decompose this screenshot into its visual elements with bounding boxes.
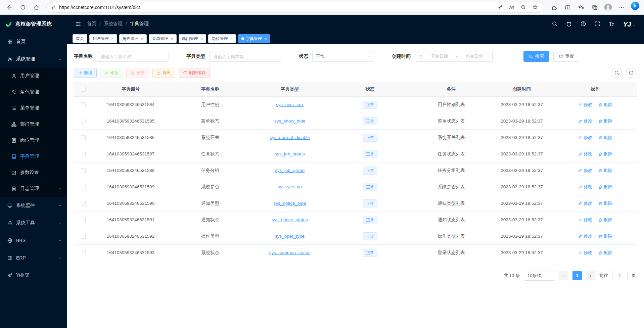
close-tab-icon[interactable]: × [111,37,114,41]
close-tab-icon[interactable]: × [200,37,203,41]
dict-name-input[interactable] [97,51,169,62]
dict-type-link[interactable]: sys_oper_type [275,234,305,239]
breadcrumb-item[interactable]: 首页 [87,21,96,27]
sidebar-item-user[interactable]: 用户管理 [0,68,67,84]
user-menu[interactable]: YJ [623,20,636,28]
browser-menu-button[interactable] [615,2,628,13]
copilot-button[interactable]: b [631,2,639,13]
sidebar-toggle-button[interactable] [75,21,81,27]
dict-type-link[interactable]: sys_job_group [275,168,305,173]
add-favorite-icon[interactable] [531,3,539,12]
sidebar-item-dict[interactable]: 字典管理 [0,148,67,165]
dict-type-link[interactable]: sys_common_status [269,250,310,255]
row-delete-button[interactable]: 删除 [598,135,612,141]
prev-page-button[interactable]: ‹ [559,271,568,280]
extensions-button[interactable] [548,2,560,13]
row-edit-button[interactable]: 修改 [578,135,592,141]
row-edit-button[interactable]: 修改 [578,151,592,157]
password-key-icon[interactable] [495,3,504,12]
toggle-search-button[interactable] [612,68,622,78]
sidebar-item-role[interactable]: 角色管理 [0,84,67,100]
row-checkbox[interactable] [81,135,86,140]
reset-button[interactable]: 重置 [553,51,579,62]
tab-post[interactable]: 岗位管理× [208,34,236,43]
sidebar-item-home[interactable]: 首页 [0,33,67,50]
dict-type-link[interactable]: sys_show_hide [274,119,305,124]
row-checkbox[interactable] [81,218,86,222]
row-edit-button[interactable]: 修改 [578,184,592,190]
tab-dept[interactable]: 部门管理× [179,34,206,43]
page-number-button[interactable]: 1 [572,271,582,280]
tab-menu[interactable]: 菜单管理× [149,34,177,43]
dict-type-link[interactable]: sys_notice_status [272,217,308,222]
row-checkbox[interactable] [81,119,86,124]
header-search-icon[interactable] [552,21,557,27]
browser-home-button[interactable] [30,2,42,13]
close-tab-icon[interactable]: × [141,37,144,41]
dict-type-link[interactable]: sys_yes_no [278,184,302,189]
tab-dict[interactable]: 字典管理× [238,34,270,43]
row-checkbox[interactable] [81,201,86,206]
row-edit-button[interactable]: 修改 [578,118,592,124]
address-bar[interactable]: https://ccnetcore.com:1101/system/dict [46,2,544,13]
help-icon[interactable] [581,21,586,27]
goto-page-input[interactable] [612,271,628,280]
row-checkbox[interactable] [81,152,86,156]
dict-type-input[interactable] [209,51,281,62]
app-logo[interactable]: 意框架管理系统 [0,15,67,33]
sidebar-item-monitor[interactable]: 系统监控 [0,197,67,214]
row-edit-button[interactable]: 修改 [578,102,592,108]
sidebar-item-menu[interactable]: 菜单管理 [0,100,67,116]
dict-type-link[interactable]: sys_notice_type [274,201,306,206]
browser-refresh-button[interactable] [17,2,29,13]
edit-button[interactable]: 修改 [100,68,123,78]
favorites-button[interactable] [575,2,587,13]
row-delete-button[interactable]: 删除 [598,233,612,239]
sidebar-item-post[interactable]: 岗位管理 [0,132,67,148]
sidebar-item-bbs[interactable]: BBS [0,232,67,249]
sidebar-item-yi[interactable]: Yi框架 [0,267,67,284]
breadcrumb-item[interactable]: 系统管理 [104,21,123,27]
fullscreen-icon[interactable] [595,21,600,27]
date-range-picker[interactable]: 开始日期 - 结束日期 [415,51,493,62]
row-delete-button[interactable]: 删除 [598,184,612,190]
sidebar-item-system[interactable]: 系统管理 [0,50,67,68]
row-delete-button[interactable]: 删除 [598,151,612,157]
tab-user[interactable]: 用户管理× [89,34,117,43]
sidebar-item-tool[interactable]: 系统工具 [0,214,67,232]
row-edit-button[interactable]: 修改 [578,233,592,239]
read-aloud-icon[interactable] [507,3,516,12]
zoom-out-icon[interactable] [519,3,527,12]
row-checkbox[interactable] [81,168,86,173]
github-icon[interactable] [566,21,572,27]
delete-button[interactable]: 删除 [126,68,149,78]
tab-home[interactable]: 首页 [73,34,87,43]
row-edit-button[interactable]: 修改 [578,200,592,206]
row-delete-button[interactable]: 删除 [598,102,612,108]
add-button[interactable]: 新增 [74,68,97,78]
dict-type-link[interactable]: sys_normal_disable [270,135,310,140]
status-select[interactable]: 正常 [312,51,374,62]
row-checkbox[interactable] [81,234,86,239]
tab-role[interactable]: 角色管理× [119,34,147,43]
close-tab-icon[interactable]: × [264,37,267,41]
next-page-button[interactable]: › [586,271,595,280]
row-checkbox[interactable] [81,102,86,107]
row-edit-button[interactable]: 修改 [578,250,592,256]
refresh-table-button[interactable] [626,68,636,78]
search-button[interactable]: 搜索 [523,51,549,62]
profile-avatar[interactable] [602,2,614,13]
row-delete-button[interactable]: 删除 [598,250,612,256]
font-size-icon[interactable] [609,21,614,27]
sidebar-item-param[interactable]: 参数设置 [0,165,67,181]
select-all-checkbox[interactable] [81,87,86,92]
browser-back-button[interactable] [3,2,15,13]
dict-type-link[interactable]: sys_job_status [275,151,305,156]
split-screen-button[interactable] [562,2,574,13]
dict-type-link[interactable]: sys_user_sex [276,102,304,107]
row-checkbox[interactable] [81,185,86,189]
close-tab-icon[interactable]: × [230,37,233,41]
close-tab-icon[interactable]: × [171,37,173,41]
row-delete-button[interactable]: 删除 [598,217,612,223]
export-button[interactable]: 导出 [152,68,175,78]
